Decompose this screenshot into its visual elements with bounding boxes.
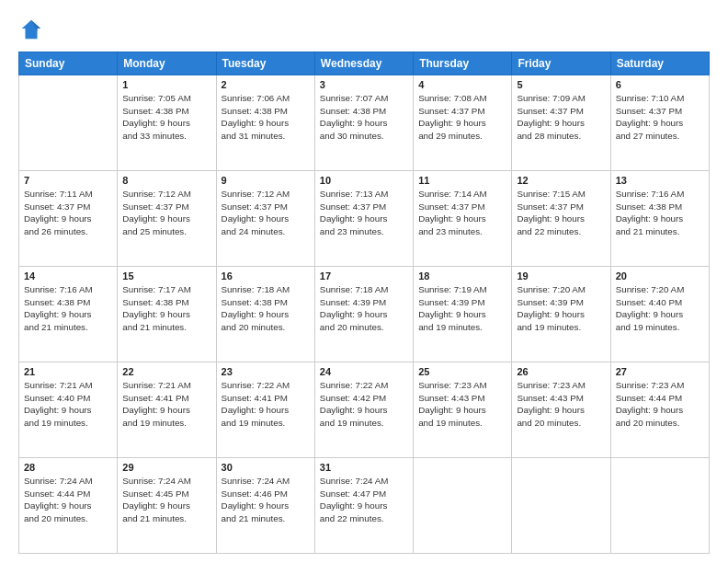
sunrise-text: Sunrise: 7:18 AM bbox=[320, 284, 408, 296]
day-number: 11 bbox=[418, 175, 506, 186]
day-cell-19: 19Sunrise: 7:20 AMSunset: 4:39 PMDayligh… bbox=[512, 267, 610, 362]
daylight-line2: and 19 minutes. bbox=[222, 418, 310, 430]
sunrise-text: Sunrise: 7:22 AM bbox=[222, 380, 310, 392]
day-cell-7: 7Sunrise: 7:11 AMSunset: 4:37 PMDaylight… bbox=[19, 171, 118, 267]
empty-cell bbox=[610, 458, 709, 554]
logo-icon bbox=[18, 17, 44, 42]
day-number: 6 bbox=[616, 79, 704, 90]
day-cell-10: 10Sunrise: 7:13 AMSunset: 4:37 PMDayligh… bbox=[314, 171, 413, 267]
daylight-line2: and 20 minutes. bbox=[24, 513, 112, 525]
daylight-line2: and 20 minutes. bbox=[222, 322, 310, 334]
sunset-text: Sunset: 4:39 PM bbox=[517, 297, 605, 309]
sunset-text: Sunset: 4:37 PM bbox=[418, 106, 506, 118]
day-number: 18 bbox=[418, 270, 506, 282]
sunset-text: Sunset: 4:46 PM bbox=[222, 488, 310, 500]
sunset-text: Sunset: 4:37 PM bbox=[24, 201, 112, 213]
day-number: 14 bbox=[24, 270, 112, 282]
cell-content-13: 13Sunrise: 7:16 AMSunset: 4:38 PMDayligh… bbox=[616, 175, 704, 238]
cell-content-5: 5Sunrise: 7:09 AMSunset: 4:37 PMDaylight… bbox=[517, 79, 605, 143]
daylight-line2: and 23 minutes. bbox=[320, 226, 408, 238]
day-number: 9 bbox=[222, 175, 310, 186]
day-number: 15 bbox=[122, 270, 210, 282]
daylight-line2: and 19 minutes. bbox=[24, 418, 112, 430]
daylight-line2: and 19 minutes. bbox=[320, 418, 408, 430]
daylight-line2: and 23 minutes. bbox=[418, 226, 506, 238]
cell-content-11: 11Sunrise: 7:14 AMSunset: 4:37 PMDayligh… bbox=[418, 175, 506, 238]
daylight-line2: and 19 minutes. bbox=[122, 418, 210, 430]
week-row-2: 7Sunrise: 7:11 AMSunset: 4:37 PMDaylight… bbox=[19, 171, 710, 267]
week-row-3: 14Sunrise: 7:16 AMSunset: 4:38 PMDayligh… bbox=[19, 267, 710, 362]
sunrise-text: Sunrise: 7:21 AM bbox=[122, 380, 210, 392]
daylight-line1: Daylight: 9 hours bbox=[122, 118, 210, 130]
day-cell-14: 14Sunrise: 7:16 AMSunset: 4:38 PMDayligh… bbox=[19, 267, 118, 362]
sunset-text: Sunset: 4:38 PM bbox=[222, 106, 310, 118]
daylight-line2: and 31 minutes. bbox=[222, 131, 310, 143]
sunrise-text: Sunrise: 7:22 AM bbox=[320, 380, 408, 392]
sunrise-text: Sunrise: 7:23 AM bbox=[517, 380, 605, 392]
sunset-text: Sunset: 4:38 PM bbox=[320, 106, 408, 118]
daylight-line2: and 19 minutes. bbox=[418, 322, 506, 334]
daylight-line1: Daylight: 9 hours bbox=[418, 213, 506, 225]
day-number: 17 bbox=[320, 270, 408, 282]
daylight-line2: and 20 minutes. bbox=[320, 322, 408, 334]
daylight-line1: Daylight: 9 hours bbox=[222, 309, 310, 321]
daylight-line1: Daylight: 9 hours bbox=[320, 213, 408, 225]
daylight-line1: Daylight: 9 hours bbox=[320, 118, 408, 130]
sunrise-text: Sunrise: 7:23 AM bbox=[616, 380, 704, 392]
day-number: 13 bbox=[616, 175, 704, 186]
sunrise-text: Sunrise: 7:10 AM bbox=[616, 93, 704, 105]
daylight-line2: and 28 minutes. bbox=[517, 131, 605, 143]
day-number: 3 bbox=[320, 79, 408, 90]
sunset-text: Sunset: 4:37 PM bbox=[517, 106, 605, 118]
daylight-line2: and 26 minutes. bbox=[24, 226, 112, 238]
week-row-1: 1Sunrise: 7:05 AMSunset: 4:38 PMDaylight… bbox=[19, 75, 710, 171]
daylight-line2: and 24 minutes. bbox=[222, 226, 310, 238]
header bbox=[18, 17, 710, 42]
day-cell-31: 31Sunrise: 7:24 AMSunset: 4:47 PMDayligh… bbox=[314, 458, 413, 554]
weekday-header-thursday: Thursday bbox=[414, 52, 512, 75]
day-cell-12: 12Sunrise: 7:15 AMSunset: 4:37 PMDayligh… bbox=[512, 171, 610, 267]
cell-content-26: 26Sunrise: 7:23 AMSunset: 4:43 PMDayligh… bbox=[517, 366, 605, 430]
cell-content-9: 9Sunrise: 7:12 AMSunset: 4:37 PMDaylight… bbox=[222, 175, 310, 238]
cell-content-8: 8Sunrise: 7:12 AMSunset: 4:37 PMDaylight… bbox=[122, 175, 210, 238]
sunrise-text: Sunrise: 7:08 AM bbox=[418, 93, 506, 105]
sunset-text: Sunset: 4:42 PM bbox=[320, 393, 408, 405]
cell-content-3: 3Sunrise: 7:07 AMSunset: 4:38 PMDaylight… bbox=[320, 79, 408, 143]
daylight-line2: and 19 minutes. bbox=[418, 418, 506, 430]
cell-content-15: 15Sunrise: 7:17 AMSunset: 4:38 PMDayligh… bbox=[122, 270, 210, 334]
cell-content-12: 12Sunrise: 7:15 AMSunset: 4:37 PMDayligh… bbox=[517, 175, 605, 238]
week-row-5: 28Sunrise: 7:24 AMSunset: 4:44 PMDayligh… bbox=[19, 458, 710, 554]
daylight-line1: Daylight: 9 hours bbox=[517, 405, 605, 417]
sunset-text: Sunset: 4:39 PM bbox=[418, 297, 506, 309]
daylight-line1: Daylight: 9 hours bbox=[418, 405, 506, 417]
daylight-line1: Daylight: 9 hours bbox=[122, 213, 210, 225]
daylight-line2: and 22 minutes. bbox=[320, 513, 408, 525]
daylight-line1: Daylight: 9 hours bbox=[320, 405, 408, 417]
sunset-text: Sunset: 4:40 PM bbox=[616, 297, 704, 309]
cell-content-10: 10Sunrise: 7:13 AMSunset: 4:37 PMDayligh… bbox=[320, 175, 408, 238]
sunrise-text: Sunrise: 7:20 AM bbox=[616, 284, 704, 296]
daylight-line2: and 22 minutes. bbox=[517, 226, 605, 238]
day-number: 10 bbox=[320, 175, 408, 186]
day-cell-25: 25Sunrise: 7:23 AMSunset: 4:43 PMDayligh… bbox=[414, 362, 512, 458]
sunset-text: Sunset: 4:40 PM bbox=[24, 393, 112, 405]
sunset-text: Sunset: 4:38 PM bbox=[122, 106, 210, 118]
day-cell-24: 24Sunrise: 7:22 AMSunset: 4:42 PMDayligh… bbox=[314, 362, 413, 458]
day-cell-20: 20Sunrise: 7:20 AMSunset: 4:40 PMDayligh… bbox=[610, 267, 709, 362]
cell-content-20: 20Sunrise: 7:20 AMSunset: 4:40 PMDayligh… bbox=[616, 270, 704, 334]
sunset-text: Sunset: 4:45 PM bbox=[122, 488, 210, 500]
day-cell-13: 13Sunrise: 7:16 AMSunset: 4:38 PMDayligh… bbox=[610, 171, 709, 267]
cell-content-28: 28Sunrise: 7:24 AMSunset: 4:44 PMDayligh… bbox=[24, 462, 112, 525]
daylight-line1: Daylight: 9 hours bbox=[320, 309, 408, 321]
daylight-line1: Daylight: 9 hours bbox=[222, 405, 310, 417]
day-number: 27 bbox=[616, 366, 704, 377]
daylight-line1: Daylight: 9 hours bbox=[222, 118, 310, 130]
cell-content-18: 18Sunrise: 7:19 AMSunset: 4:39 PMDayligh… bbox=[418, 270, 506, 334]
day-cell-2: 2Sunrise: 7:06 AMSunset: 4:38 PMDaylight… bbox=[216, 75, 314, 171]
daylight-line1: Daylight: 9 hours bbox=[24, 213, 112, 225]
day-number: 19 bbox=[517, 270, 605, 282]
day-number: 22 bbox=[122, 366, 210, 377]
day-cell-16: 16Sunrise: 7:18 AMSunset: 4:38 PMDayligh… bbox=[216, 267, 314, 362]
daylight-line2: and 21 minutes. bbox=[122, 513, 210, 525]
sunset-text: Sunset: 4:37 PM bbox=[517, 201, 605, 213]
